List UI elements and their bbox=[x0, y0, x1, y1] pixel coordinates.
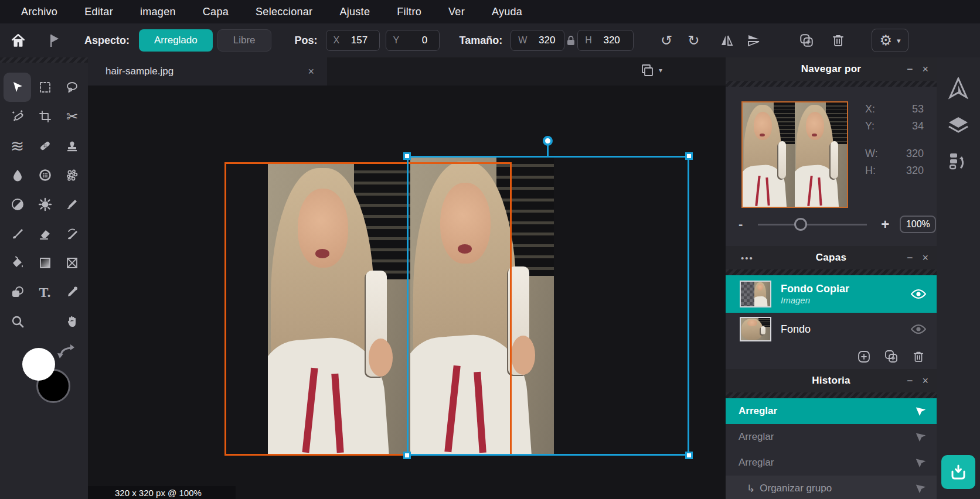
zoom-in-button[interactable]: + bbox=[881, 216, 889, 233]
selection-box[interactable] bbox=[407, 156, 689, 456]
thumb-scene bbox=[743, 102, 795, 207]
tool-lasso[interactable] bbox=[59, 73, 86, 102]
zoom-slider-thumb[interactable] bbox=[794, 218, 807, 231]
history-cursor-icon bbox=[914, 430, 927, 443]
tool-scissors[interactable]: ✂ bbox=[59, 102, 86, 131]
tool-pixelate[interactable] bbox=[59, 160, 86, 190]
tool-brush[interactable] bbox=[4, 219, 31, 248]
layer-name: Fondo Copiar bbox=[781, 283, 911, 295]
aspect-free-button[interactable]: Libre bbox=[217, 29, 271, 52]
tool-mixer-brush[interactable] bbox=[59, 219, 86, 248]
tool-dodge-burn[interactable] bbox=[4, 190, 31, 219]
rotation-handle[interactable] bbox=[543, 136, 553, 146]
add-layer-icon[interactable] bbox=[857, 350, 871, 364]
history-minimize-button[interactable]: − bbox=[907, 375, 913, 387]
menu-capa[interactable]: Capa bbox=[203, 6, 229, 18]
layer-row-fondo[interactable]: Fondo bbox=[726, 313, 937, 346]
tool-smudge[interactable] bbox=[31, 160, 59, 190]
layers-panel-icon[interactable] bbox=[947, 114, 969, 136]
tool-eraser[interactable] bbox=[31, 219, 59, 248]
foreground-color-swatch[interactable] bbox=[22, 348, 55, 381]
history-cursor-icon bbox=[914, 482, 927, 495]
tool-sharpen-sun[interactable] bbox=[31, 190, 59, 219]
tool-text[interactable]: T. bbox=[31, 278, 59, 307]
delete-layer-icon[interactable] bbox=[912, 350, 925, 364]
pos-y-value: 0 bbox=[407, 35, 427, 46]
redo-icon[interactable]: ↻ bbox=[688, 33, 699, 47]
layer-visibility-eye-icon[interactable] bbox=[911, 289, 926, 299]
navigator-close-button[interactable]: × bbox=[922, 63, 928, 76]
tool-zoom[interactable] bbox=[4, 307, 31, 336]
layers-menu-icon[interactable]: ••• bbox=[741, 253, 754, 263]
lock-aspect-icon[interactable] bbox=[564, 30, 577, 50]
tool-liquify[interactable]: ≋ bbox=[4, 131, 31, 160]
tool-blur-drop[interactable] bbox=[4, 160, 31, 190]
tool-pen[interactable] bbox=[59, 190, 86, 219]
history-item-group[interactable]: ↳ Organizar grupo bbox=[726, 476, 937, 499]
duplicate-icon[interactable] bbox=[797, 30, 816, 50]
tool-eyedropper[interactable] bbox=[59, 278, 86, 307]
history-close-button[interactable]: × bbox=[922, 375, 928, 387]
tool-magic-wand[interactable] bbox=[4, 102, 31, 131]
tool-rect-select[interactable] bbox=[31, 73, 59, 102]
selection-handle-bottom-right[interactable] bbox=[685, 452, 693, 459]
history-item-current[interactable]: Arreglar bbox=[726, 398, 937, 424]
menu-seleccionar[interactable]: Seleccionar bbox=[256, 6, 312, 18]
navigator-header: Navegar por − × bbox=[726, 57, 937, 81]
menu-ver[interactable]: Ver bbox=[448, 6, 465, 18]
layer-visibility-eye-icon[interactable] bbox=[911, 324, 926, 334]
history-item[interactable]: Arreglar bbox=[726, 424, 937, 450]
layers-close-button[interactable]: × bbox=[922, 252, 928, 264]
tool-heal[interactable] bbox=[31, 131, 59, 160]
layers-minimize-button[interactable]: − bbox=[907, 252, 913, 264]
size-label: Tamaño: bbox=[460, 35, 503, 47]
menu-imagen[interactable]: imagen bbox=[140, 6, 176, 18]
tool-move[interactable] bbox=[4, 73, 31, 102]
flip-vertical-icon[interactable] bbox=[744, 30, 764, 50]
layer-row-fondo-copiar[interactable]: Fondo Copiar Imagen bbox=[726, 275, 937, 313]
flip-horizontal-icon[interactable] bbox=[717, 30, 737, 50]
pointer-flag-icon[interactable] bbox=[45, 30, 64, 50]
tab-close-icon[interactable]: × bbox=[308, 66, 314, 78]
pos-y-field[interactable]: Y 0 bbox=[386, 30, 440, 51]
settings-dropdown-button[interactable]: ⚙ ▾ bbox=[872, 29, 908, 52]
menu-ajuste[interactable]: Ajuste bbox=[339, 6, 370, 18]
canvas-viewport[interactable]: 320 x 320 px @ 100% bbox=[88, 86, 726, 499]
undo-icon[interactable]: ↺ bbox=[661, 33, 672, 47]
tool-gradient[interactable] bbox=[31, 248, 59, 278]
selection-handle-top-left[interactable] bbox=[403, 152, 411, 160]
menu-editar[interactable]: Editar bbox=[84, 6, 113, 18]
zoom-slider-track[interactable] bbox=[758, 224, 867, 225]
window-layout-control[interactable]: ▾ bbox=[640, 63, 662, 77]
download-button[interactable] bbox=[941, 455, 975, 489]
size-h-field[interactable]: H 320 bbox=[577, 30, 634, 51]
swap-colors-icon[interactable] bbox=[57, 343, 77, 361]
tool-crop[interactable] bbox=[31, 102, 59, 131]
navigator-info: X:53 Y:34 W:320 H:320 bbox=[865, 103, 924, 182]
selection-handle-top-right[interactable] bbox=[685, 152, 693, 160]
menu-ayuda[interactable]: Ayuda bbox=[492, 6, 522, 18]
tool-hand[interactable] bbox=[59, 307, 86, 336]
menu-filtro[interactable]: Filtro bbox=[397, 6, 421, 18]
tool-paint-bucket[interactable] bbox=[4, 248, 31, 278]
duplicate-layer-icon[interactable] bbox=[884, 350, 899, 364]
history-panel-icon[interactable] bbox=[947, 150, 969, 172]
navigator-thumbnail[interactable] bbox=[741, 101, 848, 208]
navigator-minimize-button[interactable]: − bbox=[907, 63, 913, 76]
pos-x-field[interactable]: X 157 bbox=[326, 30, 380, 51]
navigator-panel-icon[interactable] bbox=[947, 77, 969, 100]
tool-distort[interactable] bbox=[59, 248, 86, 278]
menu-archivo[interactable]: Archivo bbox=[21, 6, 57, 18]
aspect-fixed-button[interactable]: Arreglado bbox=[139, 29, 213, 52]
history-item[interactable]: Arreglar bbox=[726, 450, 937, 476]
document-tab[interactable]: hair-sample.jpg × bbox=[88, 57, 327, 86]
zoom-value-box[interactable]: 100% bbox=[900, 216, 936, 233]
selection-handle-bottom-left[interactable] bbox=[403, 452, 411, 459]
tool-clone-stamp[interactable] bbox=[59, 131, 86, 160]
home-icon[interactable] bbox=[8, 30, 28, 50]
delete-icon[interactable] bbox=[828, 30, 848, 50]
size-w-field[interactable]: W 320 bbox=[511, 30, 564, 51]
canvas-area: hair-sample.jpg × ▾ bbox=[88, 57, 726, 499]
zoom-out-button[interactable]: - bbox=[739, 217, 743, 232]
tool-shape[interactable] bbox=[4, 278, 31, 307]
